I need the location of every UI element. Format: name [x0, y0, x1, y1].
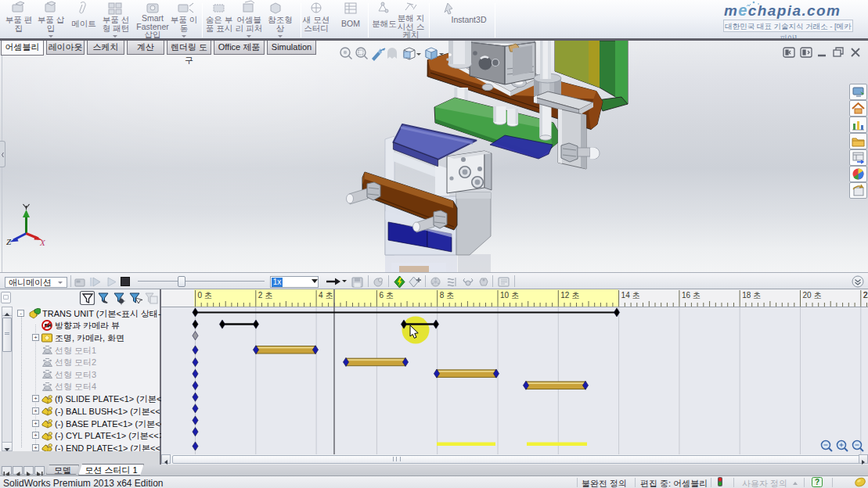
- svg-text:2: 2: [863, 291, 868, 300]
- svg-text:X: X: [39, 238, 46, 247]
- svg-text:14 초: 14 초: [621, 291, 640, 300]
- svg-text:2 초: 2 초: [258, 291, 272, 300]
- svg-text:20 초: 20 초: [803, 291, 822, 300]
- svg-text:0 초: 0 초: [198, 291, 212, 300]
- svg-text:4 초: 4 초: [319, 291, 333, 300]
- svg-text:18 초: 18 초: [742, 291, 761, 300]
- svg-text:6 초: 6 초: [379, 291, 393, 300]
- svg-text:10 초: 10 초: [500, 291, 519, 300]
- svg-text:?: ?: [815, 478, 819, 486]
- svg-text:12 초: 12 초: [560, 291, 579, 300]
- svg-text:8 초: 8 초: [440, 291, 454, 300]
- svg-text:16 초: 16 초: [682, 291, 701, 300]
- svg-text:Z: Z: [6, 237, 12, 246]
